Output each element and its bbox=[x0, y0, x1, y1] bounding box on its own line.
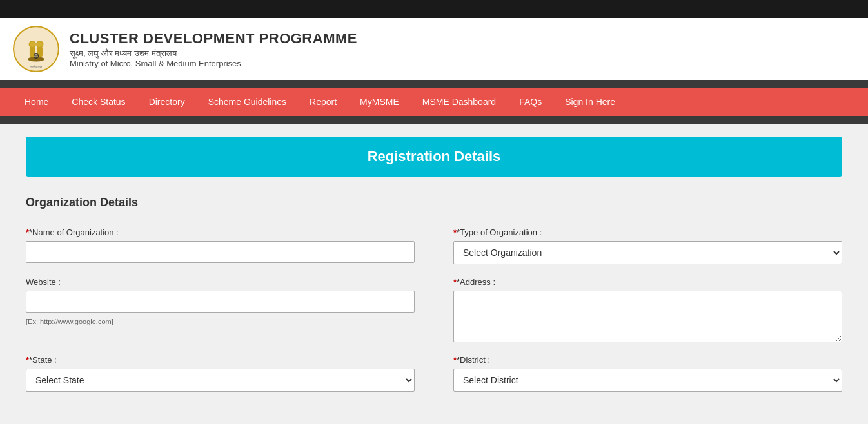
address-textarea[interactable] bbox=[453, 291, 842, 342]
district-select[interactable]: Select District bbox=[453, 369, 842, 392]
registration-form: **Name of Organization : **Type of Organ… bbox=[26, 227, 842, 392]
nav-link-directory[interactable]: Directory bbox=[137, 88, 197, 116]
type-of-org-select[interactable]: Select Organization Association Cooperat… bbox=[453, 241, 842, 264]
state-label: **State : bbox=[26, 355, 415, 365]
state-select[interactable]: Select State Andhra Pradesh Gujarat Maha… bbox=[26, 369, 415, 392]
nav-link-report[interactable]: Report bbox=[298, 88, 348, 116]
nav-item-faqs[interactable]: FAQs bbox=[508, 88, 553, 116]
nav-link-check-status[interactable]: Check Status bbox=[60, 88, 137, 116]
website-label: Website : bbox=[26, 277, 415, 287]
nav-link-msme-dashboard[interactable]: MSME Dashboard bbox=[411, 88, 508, 116]
svg-rect-2 bbox=[30, 46, 35, 57]
top-bar bbox=[0, 0, 868, 18]
svg-point-0 bbox=[14, 26, 58, 71]
main-nav: Home Check Status Directory Scheme Guide… bbox=[0, 88, 868, 116]
name-of-org-label: **Name of Organization : bbox=[26, 227, 415, 237]
website-input[interactable] bbox=[26, 291, 415, 313]
nav-item-msme-dashboard[interactable]: MSME Dashboard bbox=[411, 88, 508, 116]
nav-item-report[interactable]: Report bbox=[298, 88, 348, 116]
address-group: **Address : bbox=[453, 277, 842, 342]
hindi-subtitle: सूक्ष्म, लघु और मध्यम उद्यम मंत्रालय bbox=[70, 48, 357, 59]
banner-title: Registration Details bbox=[37, 148, 831, 165]
district-group: **District : Select District bbox=[453, 355, 842, 392]
section-title: Organization Details bbox=[26, 196, 842, 212]
nav-item-scheme-guidelines[interactable]: Scheme Guidelines bbox=[197, 88, 298, 116]
state-group: **State : Select State Andhra Pradesh Gu… bbox=[26, 355, 415, 392]
svg-point-7 bbox=[37, 41, 43, 47]
main-content: Registration Details Organization Detail… bbox=[0, 124, 868, 418]
logo: सत्यमेव जयते bbox=[13, 26, 59, 72]
address-label: **Address : bbox=[453, 277, 842, 287]
registration-banner: Registration Details bbox=[26, 137, 842, 177]
nav-item-sign-in[interactable]: Sign In Here bbox=[553, 88, 627, 116]
nav-item-check-status[interactable]: Check Status bbox=[60, 88, 137, 116]
svg-rect-3 bbox=[37, 46, 43, 57]
name-of-org-group: **Name of Organization : bbox=[26, 227, 415, 264]
nav-link-home[interactable]: Home bbox=[13, 88, 60, 116]
header-text: CLUSTER DEVELOPMENT PROGRAMME सूक्ष्म, ल… bbox=[70, 30, 357, 68]
nav-link-mymsme[interactable]: MyMSME bbox=[348, 88, 411, 116]
site-title: CLUSTER DEVELOPMENT PROGRAMME bbox=[70, 30, 357, 47]
type-of-org-group: **Type of Organization : Select Organiza… bbox=[453, 227, 842, 264]
name-of-org-input[interactable] bbox=[26, 241, 415, 263]
nav-item-directory[interactable]: Directory bbox=[137, 88, 197, 116]
svg-point-6 bbox=[30, 41, 35, 47]
english-subtitle: Ministry of Micro, Small & Medium Enterp… bbox=[70, 59, 357, 68]
type-of-org-label: **Type of Organization : bbox=[453, 227, 842, 237]
nav-link-sign-in[interactable]: Sign In Here bbox=[553, 88, 627, 116]
district-label: **District : bbox=[453, 355, 842, 365]
nav-item-mymsme[interactable]: MyMSME bbox=[348, 88, 411, 116]
svg-text:सत्यमेव जयते: सत्यमेव जयते bbox=[30, 65, 43, 68]
sub-bar bbox=[0, 80, 868, 88]
nav-link-faqs[interactable]: FAQs bbox=[508, 88, 553, 116]
website-hint: [Ex: http://www.google.com] bbox=[26, 318, 415, 325]
header: सत्यमेव जयते CLUSTER DEVELOPMENT PROGRAM… bbox=[0, 18, 868, 80]
sub-bar-2 bbox=[0, 116, 868, 124]
nav-item-home[interactable]: Home bbox=[13, 88, 60, 116]
nav-link-scheme-guidelines[interactable]: Scheme Guidelines bbox=[197, 88, 298, 116]
website-group: Website : [Ex: http://www.google.com] bbox=[26, 277, 415, 342]
